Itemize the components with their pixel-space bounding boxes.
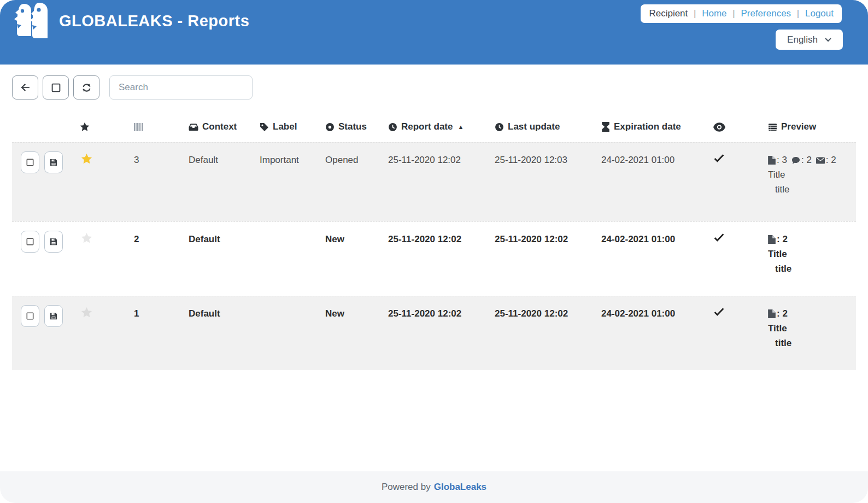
report-context: Default bbox=[184, 296, 255, 370]
seen-status bbox=[709, 222, 764, 296]
inbox-icon bbox=[189, 122, 198, 132]
square-outline-icon bbox=[26, 238, 34, 245]
envelope-icon bbox=[816, 157, 825, 164]
file-icon bbox=[768, 235, 776, 244]
nav-current-role: Recipient bbox=[649, 8, 688, 19]
report-preview: 2 Title title bbox=[764, 296, 856, 370]
clock-icon bbox=[388, 122, 397, 132]
star-toggle[interactable] bbox=[75, 222, 130, 296]
floppy-icon bbox=[50, 238, 57, 245]
row-select-checkbox[interactable] bbox=[21, 151, 39, 173]
report-status: New bbox=[321, 222, 384, 296]
powered-by-text: Powered by bbox=[382, 482, 431, 493]
messages-count: 2 bbox=[816, 155, 836, 166]
star-icon bbox=[80, 153, 93, 165]
files-count: 2 bbox=[768, 234, 788, 245]
row-save-button[interactable] bbox=[44, 231, 63, 253]
report-context: Default bbox=[184, 222, 255, 296]
refresh-icon bbox=[81, 83, 92, 93]
globaleaks-link[interactable]: GlobaLeaks bbox=[434, 482, 486, 493]
report-date: 25-11-2020 12:02 bbox=[384, 296, 490, 370]
last-update: 25-11-2020 12:02 bbox=[490, 222, 597, 296]
col-last-update[interactable]: Last update bbox=[490, 121, 597, 132]
tag-icon bbox=[260, 122, 269, 132]
reports-table: Context Label Status Report date ▲ bbox=[12, 112, 856, 370]
star-toggle[interactable] bbox=[75, 296, 130, 370]
check-mark-icon bbox=[713, 154, 725, 163]
report-preview: 3 2 2 Title title bbox=[764, 143, 856, 221]
square-outline-icon bbox=[26, 159, 34, 166]
report-status: New bbox=[321, 296, 384, 370]
status-circle-icon bbox=[325, 122, 335, 132]
app-header: GLOBALEAKS - Reports Recipient | Home | … bbox=[0, 0, 868, 65]
report-date: 25-11-2020 12:02 bbox=[384, 222, 490, 296]
row-save-button[interactable] bbox=[44, 305, 63, 327]
language-select[interactable]: English bbox=[776, 30, 843, 50]
hourglass-icon bbox=[601, 122, 610, 132]
report-label: Important bbox=[255, 143, 321, 221]
files-count: 3 bbox=[768, 155, 787, 166]
expiration-date: 24-02-2021 01:00 bbox=[597, 143, 709, 221]
col-context[interactable]: Context bbox=[184, 121, 255, 132]
preview-title: Title bbox=[768, 323, 856, 334]
back-button[interactable] bbox=[12, 75, 38, 100]
col-status[interactable]: Status bbox=[321, 121, 384, 132]
table-row[interactable]: 3 Default Important Opened 25-11-2020 12… bbox=[12, 142, 856, 221]
seen-status bbox=[709, 143, 764, 221]
report-number: 1 bbox=[130, 296, 184, 370]
check-mark-icon bbox=[713, 233, 725, 242]
search-input[interactable] bbox=[109, 75, 253, 100]
preview-subtitle: title bbox=[768, 338, 856, 349]
chevron-down-icon bbox=[825, 38, 831, 42]
files-count: 2 bbox=[768, 308, 788, 319]
row-save-button[interactable] bbox=[44, 151, 63, 173]
col-expiration-date[interactable]: Expiration date bbox=[597, 121, 709, 132]
last-update: 25-11-2020 12:02 bbox=[490, 296, 597, 370]
nav-link-preferences[interactable]: Preferences bbox=[741, 8, 791, 19]
select-all-button[interactable] bbox=[43, 75, 69, 100]
expiration-date: 24-02-2021 01:00 bbox=[597, 222, 709, 296]
col-report-date[interactable]: Report date ▲ bbox=[384, 121, 490, 132]
preview-subtitle: title bbox=[768, 184, 856, 195]
square-outline-icon bbox=[26, 312, 34, 320]
refresh-button[interactable] bbox=[73, 75, 99, 100]
nav-link-home[interactable]: Home bbox=[702, 8, 726, 19]
table-header-row: Context Label Status Report date ▲ bbox=[12, 112, 856, 142]
comment-bubble-icon bbox=[791, 156, 800, 165]
table-row[interactable]: 2 Default New 25-11-2020 12:02 25-11-202… bbox=[12, 221, 856, 296]
toolbar bbox=[12, 75, 856, 100]
language-selected: English bbox=[787, 34, 818, 45]
comments-count: 2 bbox=[791, 155, 812, 166]
eye-icon bbox=[713, 122, 725, 132]
sort-asc-indicator: ▲ bbox=[458, 124, 464, 130]
report-preview: 2 Title title bbox=[764, 222, 856, 296]
table-row[interactable]: 1 Default New 25-11-2020 12:02 25-11-202… bbox=[12, 296, 856, 370]
floppy-icon bbox=[50, 159, 57, 166]
col-preview[interactable]: Preview bbox=[764, 121, 856, 132]
row-select-checkbox[interactable] bbox=[21, 305, 39, 327]
report-label bbox=[255, 296, 321, 370]
star-icon bbox=[80, 306, 93, 319]
app-footer: Powered by GlobaLeaks bbox=[0, 471, 868, 503]
check-mark-icon bbox=[713, 307, 725, 317]
report-status: Opened bbox=[321, 143, 384, 221]
top-nav: Recipient | Home | Preferences | Logout bbox=[641, 4, 842, 23]
square-outline-icon bbox=[51, 83, 61, 92]
preview-title: Title bbox=[768, 249, 856, 260]
preview-title: Title bbox=[768, 169, 856, 180]
report-number: 2 bbox=[130, 222, 184, 296]
col-seen bbox=[709, 122, 764, 132]
col-label[interactable]: Label bbox=[255, 121, 321, 132]
row-select-checkbox[interactable] bbox=[21, 231, 39, 253]
report-label bbox=[255, 222, 321, 296]
barcode-icon bbox=[134, 123, 144, 131]
clock-icon bbox=[495, 122, 504, 132]
last-update: 25-11-2020 12:03 bbox=[490, 143, 597, 221]
table-list-icon bbox=[768, 122, 777, 132]
floppy-icon bbox=[50, 312, 57, 320]
arrow-left-icon bbox=[20, 83, 31, 92]
star-toggle[interactable] bbox=[75, 143, 130, 221]
nav-link-logout[interactable]: Logout bbox=[805, 8, 834, 19]
report-number: 3 bbox=[130, 143, 184, 221]
expiration-date: 24-02-2021 01:00 bbox=[597, 296, 709, 370]
